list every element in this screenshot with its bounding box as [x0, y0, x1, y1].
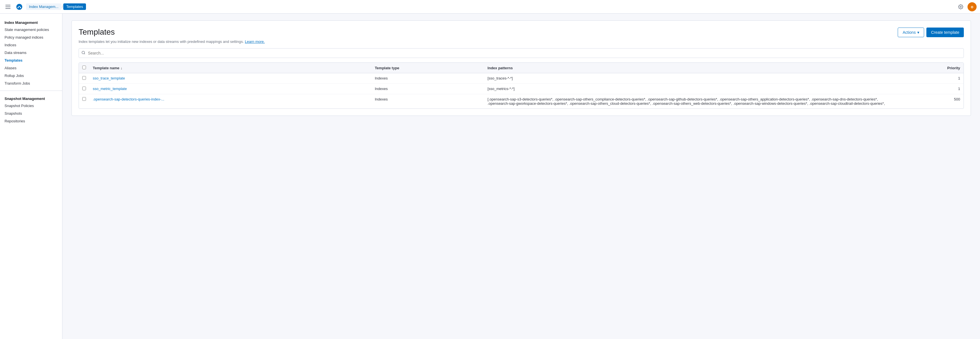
row-2-patterns: [sso_metrics-*-*] — [484, 84, 892, 94]
chevron-down-icon: ▾ — [917, 30, 919, 35]
search-container — [79, 48, 964, 58]
sidebar-item-snapshot-policies[interactable]: Snapshot Policies — [0, 102, 62, 110]
gear-icon[interactable] — [956, 2, 965, 11]
row-3-patterns: [.opensearch-sap-s3-detectors-queries*, … — [484, 94, 892, 109]
row-1-name: sso_trace_template — [89, 73, 371, 84]
row-2-name: sso_metric_template — [89, 84, 371, 94]
row-1-checkbox[interactable] — [82, 76, 86, 80]
select-all-checkbox-header[interactable] — [79, 63, 89, 73]
sort-icon: ↓ — [121, 66, 123, 70]
svg-point-7 — [82, 51, 84, 54]
th-template-name-label: Template name — [93, 66, 119, 70]
svg-point-4 — [18, 7, 19, 8]
search-input[interactable] — [79, 48, 964, 58]
page-description: Index templates let you initialize new i… — [79, 40, 964, 44]
svg-point-5 — [20, 7, 21, 8]
th-template-type-label: Template type — [375, 66, 399, 70]
svg-point-6 — [960, 6, 962, 7]
page-actions: Actions ▾ Create template — [898, 27, 964, 37]
breadcrumb-current-link[interactable]: Templates — [63, 3, 86, 10]
row-1-name-link[interactable]: sso_trace_template — [93, 76, 125, 80]
table-row: .opensearch-sap-detectors-queries-index-… — [79, 94, 964, 109]
sidebar-item-state-management-policies[interactable]: State management policies — [0, 26, 62, 34]
sidebar-item-policy-managed-indices[interactable]: Policy managed indices — [0, 34, 62, 41]
row-3-name: .opensearch-sap-detectors-queries-index-… — [89, 94, 371, 109]
sidebar-item-repositories[interactable]: Repositories — [0, 117, 62, 125]
row-3-checkbox[interactable] — [82, 97, 86, 101]
templates-table: Template name ↓ Template type Index patt… — [79, 62, 964, 109]
sidebar-snapshot-management-title: Snapshot Management — [0, 94, 62, 102]
user-avatar[interactable]: o — [967, 2, 977, 11]
topbar-right: o — [956, 2, 977, 11]
sidebar-item-indices[interactable]: Indices — [0, 41, 62, 49]
row-2-type: Indexes — [371, 84, 484, 94]
row-2-checkbox[interactable] — [82, 86, 86, 90]
table-row: sso_trace_template Indexes [sso_traces-*… — [79, 73, 964, 84]
sidebar-item-snapshots[interactable]: Snapshots — [0, 110, 62, 117]
row-2-priority: 1 — [892, 84, 964, 94]
sidebar-item-templates[interactable]: Templates — [0, 56, 62, 64]
actions-label: Actions — [902, 30, 916, 35]
row-1-type: Indexes — [371, 73, 484, 84]
app-logo — [15, 2, 24, 11]
table-header-row: Template name ↓ Template type Index patt… — [79, 63, 964, 73]
menu-icon[interactable] — [3, 2, 13, 11]
table-row: sso_metric_template Indexes [sso_metrics… — [79, 84, 964, 94]
content-card: Templates Actions ▾ Create template Inde… — [72, 21, 971, 116]
row-3-type: Indexes — [371, 94, 484, 109]
actions-button[interactable]: Actions ▾ — [898, 27, 924, 37]
breadcrumb-current-item[interactable]: Templates — [63, 3, 86, 10]
page-header: Templates Actions ▾ Create template — [79, 27, 964, 37]
sidebar: Index Management State management polici… — [0, 14, 62, 339]
row-1-checkbox-cell[interactable] — [79, 73, 89, 84]
row-2-checkbox-cell[interactable] — [79, 84, 89, 94]
sidebar-item-rollup-jobs[interactable]: Rollup Jobs — [0, 72, 62, 80]
app-body: Index Management State management polici… — [0, 14, 980, 339]
breadcrumb-separator: / — [62, 5, 63, 9]
sidebar-index-management-title: Index Management — [0, 18, 62, 26]
svg-rect-0 — [5, 5, 11, 5]
th-priority-label: Priority — [947, 66, 960, 70]
row-2-name-link[interactable]: sso_metric_template — [93, 86, 127, 91]
svg-rect-2 — [5, 8, 11, 9]
sidebar-item-transform-jobs[interactable]: Transform Jobs — [0, 80, 62, 87]
th-index-patterns: Index patterns — [484, 63, 892, 73]
select-all-checkbox[interactable] — [82, 66, 86, 69]
th-index-patterns-label: Index patterns — [487, 66, 513, 70]
breadcrumb-parent-link[interactable]: Index Managem... — [26, 3, 61, 10]
topbar: Index Managem... / Templates o — [0, 0, 980, 14]
row-3-name-link[interactable]: .opensearch-sap-detectors-queries-index-… — [93, 97, 164, 101]
svg-point-3 — [16, 4, 22, 10]
search-icon — [81, 51, 85, 56]
row-3-priority: 500 — [892, 94, 964, 109]
row-1-patterns: [sso_traces-*-*] — [484, 73, 892, 84]
row-1-priority: 1 — [892, 73, 964, 84]
sidebar-divider — [0, 91, 62, 91]
main-content: Templates Actions ▾ Create template Inde… — [62, 14, 980, 339]
description-text: Index templates let you initialize new i… — [79, 40, 244, 44]
breadcrumb: Index Managem... / Templates — [26, 3, 86, 10]
sidebar-item-aliases[interactable]: Aliases — [0, 64, 62, 72]
create-template-button[interactable]: Create template — [926, 27, 964, 37]
breadcrumb-parent-item[interactable]: Index Managem... — [26, 3, 61, 10]
learn-more-link[interactable]: Learn more. — [245, 40, 265, 44]
th-template-type: Template type — [371, 63, 484, 73]
svg-line-8 — [84, 53, 85, 54]
th-template-name[interactable]: Template name ↓ — [89, 63, 371, 73]
row-3-checkbox-cell[interactable] — [79, 94, 89, 109]
sidebar-item-data-streams[interactable]: Data streams — [0, 49, 62, 56]
svg-rect-1 — [5, 6, 11, 7]
th-priority: Priority — [892, 63, 964, 73]
page-title: Templates — [79, 27, 115, 37]
